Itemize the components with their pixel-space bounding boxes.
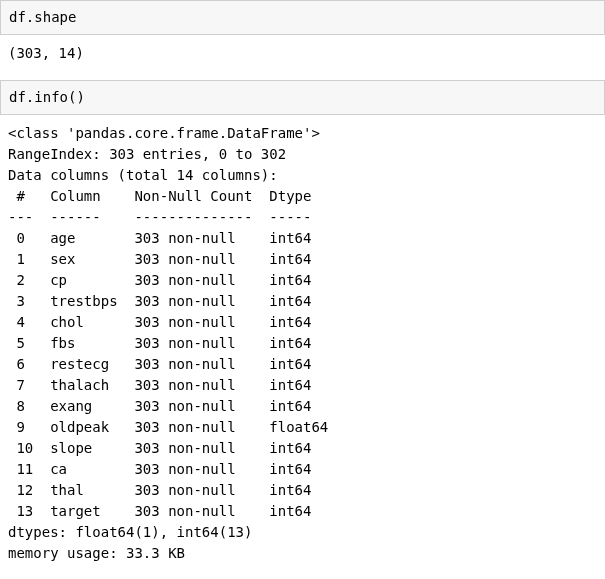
table-row: 12 thal 303 non-null int64 — [8, 482, 328, 498]
table-row: 4 chol 303 non-null int64 — [8, 314, 328, 330]
info-header-row: # Column Non-Null Count Dtype — [8, 188, 328, 204]
table-row: 8 exang 303 non-null int64 — [8, 398, 328, 414]
info-divider-row: --- ------ -------------- ----- — [8, 209, 328, 225]
code-cell-output-shape: (303, 14) — [0, 35, 605, 80]
info-datacols-line: Data columns (total 14 columns): — [8, 167, 278, 183]
code-cell-input-shape[interactable]: df.shape — [0, 0, 605, 35]
table-row: 5 fbs 303 non-null int64 — [8, 335, 328, 351]
table-row: 11 ca 303 non-null int64 — [8, 461, 328, 477]
table-row: 9 oldpeak 303 non-null float64 — [8, 419, 328, 435]
info-range-line: RangeIndex: 303 entries, 0 to 302 — [8, 146, 286, 162]
info-memory-line: memory usage: 33.3 KB — [8, 545, 185, 561]
table-row: 13 target 303 non-null int64 — [8, 503, 328, 519]
info-class-line: <class 'pandas.core.frame.DataFrame'> — [8, 125, 320, 141]
code-cell-output-info: <class 'pandas.core.frame.DataFrame'> Ra… — [0, 115, 605, 579]
table-row: 7 thalach 303 non-null int64 — [8, 377, 328, 393]
table-row: 1 sex 303 non-null int64 — [8, 251, 328, 267]
code-cell-input-info[interactable]: df.info() — [0, 80, 605, 115]
table-row: 2 cp 303 non-null int64 — [8, 272, 328, 288]
table-row: 3 trestbps 303 non-null int64 — [8, 293, 328, 309]
info-dtypes-line: dtypes: float64(1), int64(13) — [8, 524, 252, 540]
table-row: 6 restecg 303 non-null int64 — [8, 356, 328, 372]
table-row: 10 slope 303 non-null int64 — [8, 440, 328, 456]
table-row: 0 age 303 non-null int64 — [8, 230, 328, 246]
